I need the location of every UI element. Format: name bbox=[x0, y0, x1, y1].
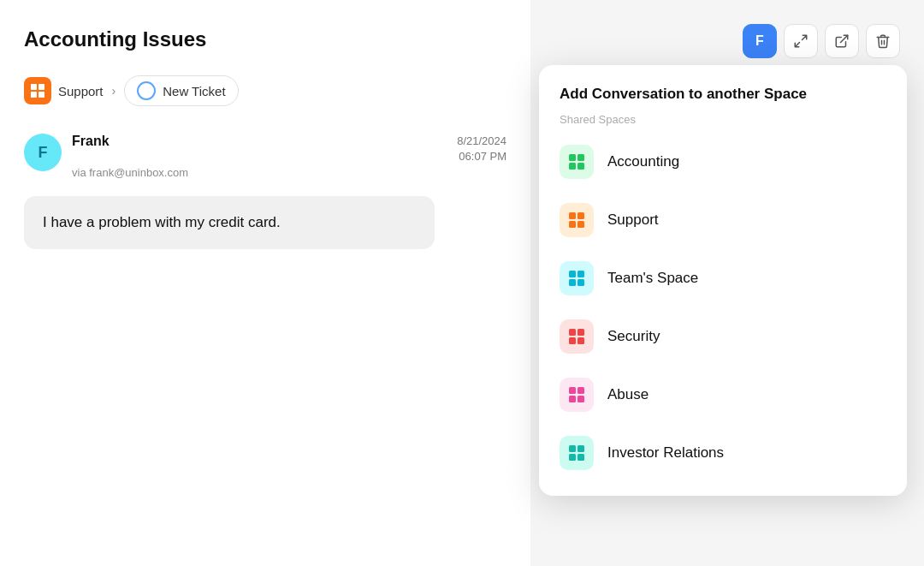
sender-name: Frank bbox=[72, 134, 110, 149]
breadcrumb-new-ticket[interactable]: New Ticket bbox=[124, 75, 238, 106]
support-icon bbox=[24, 77, 51, 104]
space-icon-investor-relations bbox=[560, 436, 594, 470]
f-button[interactable]: F bbox=[743, 24, 777, 58]
space-grid-icon bbox=[569, 271, 584, 286]
support-label: Support bbox=[58, 84, 104, 98]
space-item[interactable]: Abuse bbox=[539, 366, 907, 424]
toolbar: F bbox=[743, 24, 900, 58]
space-icon-support bbox=[560, 203, 594, 237]
space-item[interactable]: Investor Relations bbox=[539, 424, 907, 482]
space-icon-accounting bbox=[560, 145, 594, 179]
dropdown-title: Add Conversation to another Space bbox=[539, 86, 907, 113]
support-grid-icon bbox=[31, 84, 44, 98]
export-button[interactable] bbox=[825, 24, 859, 58]
date-line: 8/21/2024 bbox=[457, 134, 506, 149]
message-header: Frank 8/21/2024 06:07 PM bbox=[72, 134, 506, 164]
space-grid-icon bbox=[569, 329, 584, 344]
new-ticket-icon bbox=[137, 81, 156, 100]
message-date: 8/21/2024 06:07 PM bbox=[457, 134, 506, 164]
message-meta: Frank 8/21/2024 06:07 PM via frank@uninb… bbox=[72, 134, 506, 179]
page-title: Accounting Issues bbox=[24, 27, 506, 51]
breadcrumb: Support › New Ticket bbox=[24, 75, 506, 106]
space-name: Accounting bbox=[607, 153, 679, 170]
space-icon-team-s-space bbox=[560, 261, 594, 295]
avatar: F bbox=[24, 134, 62, 171]
space-name: Investor Relations bbox=[607, 444, 724, 462]
main-panel: Accounting Issues Support › New Ticket F… bbox=[0, 0, 530, 566]
sender-email: via frank@uninbox.com bbox=[72, 166, 506, 179]
space-name: Security bbox=[607, 328, 660, 345]
export-icon bbox=[834, 33, 850, 49]
space-icon-abuse bbox=[560, 378, 594, 412]
move-icon bbox=[793, 33, 808, 49]
space-grid-icon bbox=[569, 154, 584, 170]
delete-icon bbox=[875, 33, 891, 49]
time-line: 06:07 PM bbox=[457, 149, 506, 164]
message-bubble: I have a problem with my credit card. bbox=[24, 196, 435, 249]
space-item[interactable]: Support bbox=[539, 191, 907, 249]
move-button[interactable] bbox=[784, 24, 818, 58]
space-item[interactable]: Team's Space bbox=[539, 249, 907, 307]
space-grid-icon bbox=[569, 387, 584, 402]
dropdown-panel: Add Conversation to another Space Shared… bbox=[539, 65, 907, 496]
breadcrumb-chevron: › bbox=[112, 84, 116, 98]
space-item[interactable]: Accounting bbox=[539, 133, 907, 191]
space-name: Support bbox=[607, 212, 659, 229]
svg-line-0 bbox=[841, 35, 848, 42]
space-name: Abuse bbox=[607, 386, 649, 403]
dropdown-section-label: Shared Spaces bbox=[539, 113, 907, 133]
space-grid-icon bbox=[569, 445, 584, 461]
delete-button[interactable] bbox=[866, 24, 900, 58]
space-item[interactable]: Security bbox=[539, 307, 907, 366]
breadcrumb-support[interactable]: Support bbox=[24, 77, 104, 104]
space-name: Team's Space bbox=[607, 270, 698, 287]
message-item: F Frank 8/21/2024 06:07 PM via frank@uni… bbox=[24, 134, 506, 179]
space-icon-security bbox=[560, 319, 594, 354]
new-ticket-label: New Ticket bbox=[163, 84, 225, 98]
space-list: Accounting Support Team's Space Securi bbox=[539, 133, 907, 482]
space-grid-icon bbox=[569, 212, 584, 228]
